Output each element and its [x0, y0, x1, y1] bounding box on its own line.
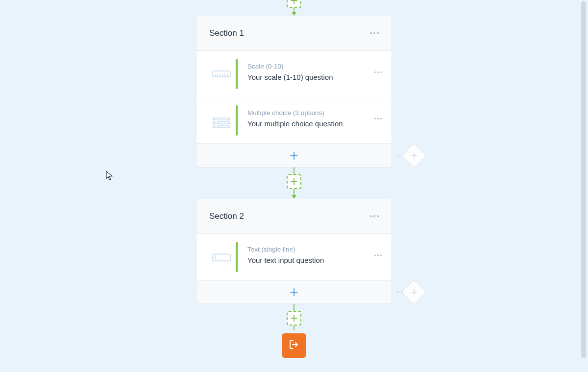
- add-section-button[interactable]: [287, 0, 301, 8]
- survey-builder-canvas: Section 1 Scale (0-10) Your scale (1-10)…: [0, 0, 588, 372]
- svg-point-1: [213, 118, 215, 120]
- add-question-button[interactable]: [196, 143, 392, 167]
- exit-icon: [288, 338, 300, 353]
- question-row[interactable]: Scale (0-10) Your scale (1-10) question: [196, 51, 392, 97]
- question-type-label: Text (single line): [247, 246, 374, 253]
- end-node[interactable]: [282, 333, 306, 358]
- section-card: Section 1 Scale (0-10) Your scale (1-10)…: [196, 16, 392, 167]
- arrow-down-icon: [292, 12, 296, 16]
- section-header[interactable]: Section 1: [196, 16, 392, 51]
- add-branch-button[interactable]: [397, 283, 423, 301]
- svg-point-3: [213, 122, 215, 124]
- question-text: Your scale (1-10) question: [247, 72, 374, 82]
- question-row[interactable]: Multiple choice (3 options) Your multipl…: [196, 97, 392, 143]
- question-options-button[interactable]: [374, 71, 382, 73]
- svg-rect-6: [217, 126, 230, 128]
- section-title: Section 1: [209, 28, 370, 38]
- section-options-button[interactable]: [370, 32, 379, 34]
- svg-rect-2: [217, 118, 230, 120]
- add-branch-button[interactable]: [397, 147, 423, 164]
- section-header[interactable]: Section 2: [196, 199, 392, 234]
- flow-connector-end: [282, 304, 306, 358]
- question-type-label: Scale (0-10): [247, 63, 374, 70]
- question-text: Your text input question: [247, 255, 374, 265]
- text-input-icon: [207, 245, 236, 261]
- svg-point-5: [213, 126, 215, 128]
- plus-icon: [289, 151, 299, 161]
- multiple-choice-icon: [207, 108, 236, 129]
- scroll-thumb[interactable]: [581, 1, 586, 358]
- scrollbar[interactable]: [580, 0, 587, 372]
- question-options-button[interactable]: [374, 255, 382, 256]
- add-section-button[interactable]: [287, 311, 301, 326]
- flow-connector: [287, 167, 301, 199]
- plus-icon: [289, 287, 299, 297]
- flow-connector-top: [287, 0, 301, 16]
- add-question-button[interactable]: [196, 280, 392, 303]
- question-options-button[interactable]: [374, 118, 382, 119]
- section-options-button[interactable]: [370, 215, 379, 217]
- question-row[interactable]: Text (single line) Your text input quest…: [196, 234, 392, 280]
- arrow-down-icon: [292, 195, 296, 199]
- svg-rect-4: [217, 122, 230, 124]
- question-text: Your multiple choice question: [247, 118, 374, 129]
- add-section-button[interactable]: [287, 174, 301, 189]
- question-type-label: Multiple choice (3 options): [247, 109, 374, 116]
- scale-icon: [207, 62, 236, 77]
- section-title: Section 2: [209, 211, 370, 221]
- section-card: Section 2 Text (single line) Your text i…: [196, 199, 392, 304]
